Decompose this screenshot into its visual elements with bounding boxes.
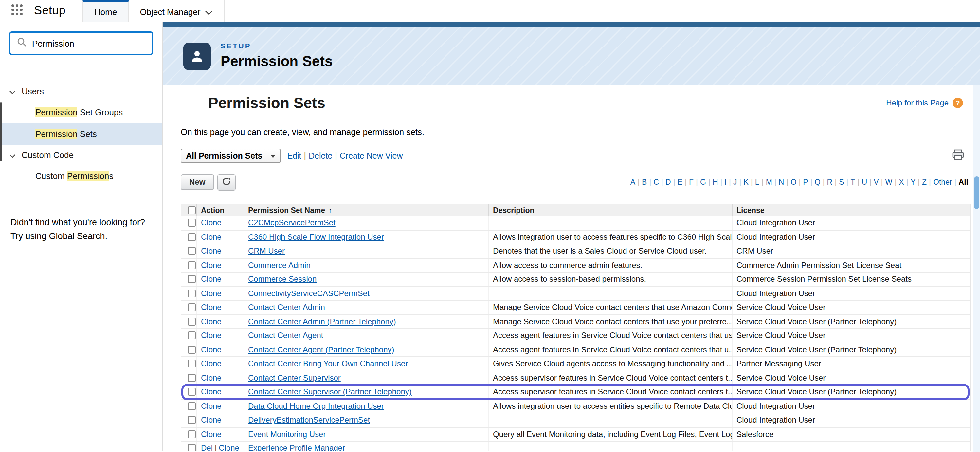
edit-view-link[interactable]: Edit — [287, 151, 301, 160]
row-checkbox[interactable] — [188, 388, 196, 396]
action-clone-link[interactable]: Clone — [201, 416, 221, 425]
column-header-description[interactable]: Description — [489, 204, 733, 216]
action-clone-link[interactable]: Clone — [201, 430, 221, 439]
alphabet-link-p[interactable]: P — [803, 178, 808, 186]
tab-object-manager[interactable]: Object Manager — [129, 0, 224, 22]
action-clone-link[interactable]: Clone — [201, 317, 221, 326]
alphabet-link-v[interactable]: V — [873, 178, 878, 186]
quick-find-input[interactable] — [32, 38, 145, 48]
alphabet-link-k[interactable]: K — [743, 178, 748, 186]
row-checkbox[interactable] — [188, 444, 196, 452]
permission-set-name-link[interactable]: Contact Center Admin — [248, 303, 325, 312]
action-clone-link[interactable]: Clone — [201, 374, 221, 383]
row-checkbox[interactable] — [188, 219, 196, 227]
permission-set-name-link[interactable]: Contact Center Bring Your Own Channel Us… — [248, 359, 408, 369]
row-checkbox[interactable] — [188, 430, 196, 438]
permission-set-name-link[interactable]: Data Cloud Home Org Integration User — [248, 402, 384, 411]
column-header-license[interactable]: License — [733, 204, 970, 216]
permission-set-name-link[interactable]: C2CMcpServicePermSet — [248, 219, 336, 228]
permission-set-name-link[interactable]: Contact Center Agent (Partner Telephony) — [248, 345, 395, 355]
action-clone-link[interactable]: Clone — [201, 219, 221, 228]
action-clone-link[interactable]: Clone — [219, 444, 239, 452]
sidebar-item-custom-permissions[interactable]: Custom Permissions — [0, 165, 162, 187]
row-checkbox[interactable] — [188, 289, 196, 297]
permission-set-name-link[interactable]: CRM User — [248, 247, 285, 256]
row-checkbox[interactable] — [188, 247, 196, 255]
alphabet-link-y[interactable]: Y — [911, 178, 916, 186]
alphabet-link-c[interactable]: C — [653, 178, 659, 186]
alphabet-link-other[interactable]: Other — [933, 178, 952, 186]
row-checkbox[interactable] — [188, 318, 196, 326]
alphabet-link-e[interactable]: E — [678, 178, 682, 186]
row-checkbox[interactable] — [188, 346, 196, 354]
action-clone-link[interactable]: Clone — [201, 275, 221, 284]
permission-set-name-link[interactable]: Commerce Session — [248, 275, 317, 284]
alphabet-link-all[interactable]: All — [959, 178, 968, 186]
view-select[interactable]: All Permission Sets — [181, 149, 280, 163]
alphabet-link-j[interactable]: J — [733, 178, 737, 186]
permission-set-name-link[interactable]: Contact Center Agent — [248, 331, 323, 340]
alphabet-link-m[interactable]: M — [766, 178, 772, 186]
app-launcher-button[interactable] — [0, 0, 34, 22]
action-clone-link[interactable]: Clone — [201, 233, 221, 242]
row-checkbox[interactable] — [188, 303, 196, 311]
alphabet-link-r[interactable]: R — [827, 178, 833, 186]
alphabet-link-n[interactable]: N — [779, 178, 784, 186]
alphabet-link-q[interactable]: Q — [815, 178, 821, 186]
alphabet-link-l[interactable]: L — [755, 178, 759, 186]
alphabet-link-g[interactable]: G — [700, 178, 706, 186]
alphabet-link-f[interactable]: F — [689, 178, 694, 186]
tab-home[interactable]: Home — [83, 0, 129, 22]
row-checkbox[interactable] — [188, 416, 196, 424]
action-clone-link[interactable]: Clone — [201, 402, 221, 411]
alphabet-link-o[interactable]: O — [791, 178, 796, 186]
action-clone-link[interactable]: Clone — [201, 247, 221, 256]
alphabet-link-z[interactable]: Z — [922, 178, 927, 186]
permission-set-name-link[interactable]: Contact Center Supervisor — [248, 374, 341, 383]
new-button[interactable]: New — [181, 174, 214, 190]
column-header-permission-set-name[interactable]: Permission Set Name↑ — [244, 204, 489, 216]
action-clone-link[interactable]: Clone — [201, 359, 221, 369]
permission-set-name-link[interactable]: Event Monitoring User — [248, 430, 326, 439]
action-clone-link[interactable]: Clone — [201, 331, 221, 340]
alphabet-link-w[interactable]: W — [885, 178, 892, 186]
sidebar-item-permission-sets[interactable]: Permission Sets — [0, 123, 162, 145]
action-clone-link[interactable]: Clone — [201, 261, 221, 270]
vertical-scrollbar[interactable] — [973, 85, 980, 452]
refresh-button[interactable] — [217, 174, 235, 190]
permission-set-name-link[interactable]: Contact Center Supervisor (Partner Telep… — [248, 388, 412, 397]
alphabet-link-d[interactable]: D — [665, 178, 671, 186]
action-clone-link[interactable]: Clone — [201, 388, 221, 397]
sidebar-item-permission-set-groups[interactable]: Permission Set Groups — [0, 102, 162, 123]
sidebar-section-users[interactable]: Users — [0, 81, 162, 102]
alphabet-link-s[interactable]: S — [839, 178, 844, 186]
help-question-icon[interactable]: ? — [953, 97, 963, 108]
vertical-scrollbar-thumb[interactable] — [974, 176, 979, 209]
delete-view-link[interactable]: Delete — [309, 151, 332, 160]
select-all-checkbox[interactable] — [188, 206, 196, 214]
action-clone-link[interactable]: Clone — [201, 303, 221, 312]
alphabet-link-i[interactable]: I — [725, 178, 727, 186]
permission-set-name-link[interactable]: DeliveryEstimationServicePermSet — [248, 416, 370, 425]
action-clone-link[interactable]: Clone — [201, 345, 221, 355]
permission-set-name-link[interactable]: ConnectivityServiceCASCPermSet — [248, 289, 369, 298]
row-checkbox[interactable] — [188, 360, 196, 368]
permission-set-name-link[interactable]: Experience Profile Manager — [248, 444, 345, 452]
alphabet-link-a[interactable]: A — [630, 178, 635, 186]
permission-set-name-link[interactable]: Commerce Admin — [248, 261, 311, 270]
action-del-link[interactable]: Del — [201, 444, 213, 452]
sidebar-section-custom-code[interactable]: Custom Code — [0, 145, 162, 165]
help-link[interactable]: Help for this Page — [886, 98, 948, 107]
permission-set-name-link[interactable]: Contact Center Admin (Partner Telephony) — [248, 317, 396, 326]
permission-set-name-link[interactable]: C360 High Scale Flow Integration User — [248, 233, 384, 242]
action-clone-link[interactable]: Clone — [201, 289, 221, 298]
row-checkbox[interactable] — [188, 332, 196, 340]
alphabet-link-x[interactable]: X — [899, 178, 904, 186]
sidebar-scrollbar-thumb[interactable] — [0, 102, 2, 161]
row-checkbox[interactable] — [188, 275, 196, 283]
alphabet-link-t[interactable]: T — [851, 178, 855, 186]
row-checkbox[interactable] — [188, 374, 196, 382]
row-checkbox[interactable] — [188, 261, 196, 269]
row-checkbox[interactable] — [188, 402, 196, 410]
row-checkbox[interactable] — [188, 233, 196, 241]
